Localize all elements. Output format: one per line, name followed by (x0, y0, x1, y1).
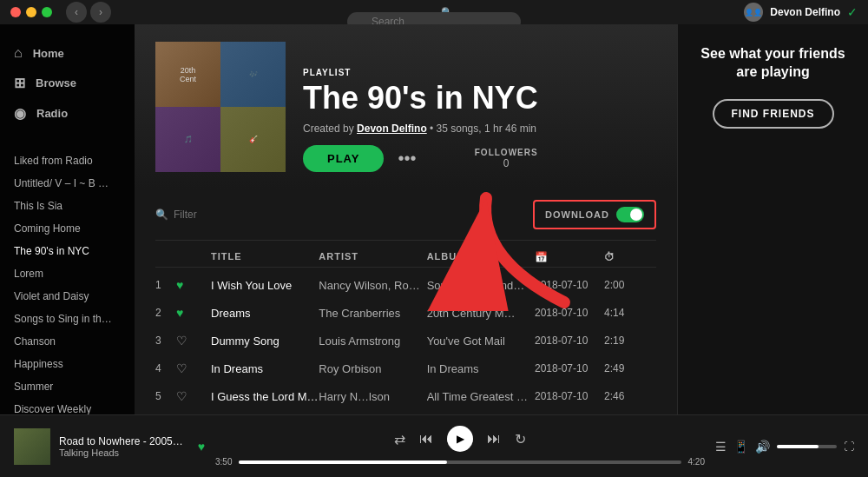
playlist-creator[interactable]: Devon Delfino (357, 123, 427, 135)
track-row[interactable]: 3 ♡ Dummy Song Louis Armstrong You've Go… (155, 327, 656, 354)
track-album: 20th Century M… (427, 307, 535, 320)
sidebar-item-coming-home[interactable]: Coming Home (7, 217, 128, 240)
playlist-cover: 20thCent 🎶 🎵 🎸 (155, 42, 286, 172)
sidebar-item-songs-to-sing[interactable]: Songs to Sing in th… (7, 308, 128, 330)
cover-cell-3: 🎵 (155, 107, 220, 172)
tracks-toolbar: 🔍 Download (155, 189, 656, 241)
track-row[interactable]: 2 ♥ Dreams The Cranberries 20th Century … (155, 299, 656, 327)
sidebar-item-happiness[interactable]: Happiness (7, 353, 128, 375)
player-heart-icon[interactable]: ♥ (198, 440, 205, 454)
col-duration: ⏱ (604, 251, 656, 263)
now-playing-title: Road to Nowhere - 2005 Rem… (59, 435, 186, 447)
find-friends-button[interactable]: FIND FRIENDS (713, 99, 834, 129)
close-button[interactable] (10, 7, 21, 17)
col-artist: ARTIST (319, 251, 426, 263)
devices-button[interactable]: 📱 (733, 440, 748, 454)
sidebar-item-summer[interactable]: Summer (7, 375, 128, 398)
track-heart-icon[interactable]: ♡ (176, 389, 211, 403)
maximize-button[interactable] (42, 7, 52, 17)
sidebar-item-radio[interactable]: ◉ Radio (7, 98, 128, 129)
back-button[interactable]: ‹ (66, 2, 87, 23)
track-title: Dreams (211, 307, 319, 320)
track-album: In Dreams (427, 362, 535, 375)
track-date: 2018-07-10 (535, 390, 604, 402)
friends-title: See what your friends are playing (692, 45, 854, 82)
cover-cell-1: 20thCent (155, 42, 220, 107)
shuffle-button[interactable]: ⇄ (394, 431, 405, 447)
sidebar-playlists: Liked from Radio Untitled/ V – I ~ B … T… (0, 149, 135, 414)
volume-section: ☰ 📱 🔊 ⛶ (715, 440, 854, 454)
playlist-type-label: PLAYLIST (303, 68, 538, 77)
sidebar: ⌂ Home ⊞ Browse ◉ Radio Liked from Radio… (0, 24, 135, 414)
nav-buttons: ‹ › (66, 2, 111, 23)
prev-button[interactable]: ⏮ (419, 431, 433, 447)
sidebar-item-browse-label: Browse (36, 76, 76, 89)
track-title: Dummy Song (211, 335, 319, 348)
track-number: 1 (155, 279, 176, 291)
volume-fill (777, 445, 819, 448)
sidebar-item-this-is-sia[interactable]: This Is Sia (7, 195, 128, 217)
progress-bar[interactable] (239, 460, 681, 464)
minimize-button[interactable] (26, 7, 36, 17)
player-bar: Road to Nowhere - 2005 Rem… Talking Head… (0, 414, 868, 477)
progress-section: 3:50 4:20 (215, 457, 705, 467)
queue-button[interactable]: ☰ (715, 440, 727, 454)
download-toggle-switch[interactable] (616, 207, 644, 222)
track-heart-icon[interactable]: ♥ (176, 306, 211, 320)
playlist-actions: PLAY ••• FOLLOWERS 0 (303, 145, 538, 172)
sidebar-item-home[interactable]: ⌂ Home (7, 38, 128, 68)
sidebar-item-untitled[interactable]: Untitled/ V – I ~ B … (7, 172, 128, 195)
content-area: 20thCent 🎶 🎵 🎸 PLAYLIST The 90's in NYC … (135, 24, 677, 414)
track-date: 2018-07-10 (535, 362, 604, 374)
track-row[interactable]: 5 ♡ I Guess the Lord Must Be in New York… (155, 382, 656, 410)
track-row[interactable]: 1 ♥ I Wish You Love Nancy Wilson, Ro… So… (155, 271, 656, 299)
track-artist: The Cranberries (319, 307, 426, 320)
track-row[interactable]: 4 ♡ In Dreams Roy Orbison In Dreams 2018… (155, 354, 656, 382)
track-title: In Dreams (211, 362, 319, 375)
volume-bar[interactable] (777, 445, 837, 448)
followers-section: FOLLOWERS 0 (475, 148, 538, 169)
sidebar-item-browse[interactable]: ⊞ Browse (7, 68, 128, 98)
extra-controls: ☰ 📱 (715, 440, 748, 454)
download-toggle[interactable]: Download (533, 200, 656, 229)
track-date: 2018-07-10 (535, 335, 604, 347)
track-date: 2018-07-10 (535, 279, 604, 291)
track-heart-icon[interactable]: ♥ (176, 278, 211, 292)
more-button[interactable]: ••• (398, 149, 416, 169)
repeat-button[interactable]: ↻ (515, 431, 526, 447)
next-button[interactable]: ⏭ (487, 431, 501, 447)
sidebar-item-lorem[interactable]: Lorem (7, 262, 128, 285)
play-button[interactable]: PLAY (303, 145, 384, 172)
avatar: 👤👤 (744, 3, 763, 22)
playlist-info: PLAYLIST The 90's in NYC Created by Devo… (303, 42, 538, 172)
control-buttons: ⇄ ⏮ ▶ ⏭ ↻ (394, 426, 526, 452)
time-current: 3:50 (215, 457, 232, 467)
titlebar: ‹ › 🔍 👤👤 Devon Delfino ✓ (0, 0, 868, 24)
sidebar-item-the-90s-nyc[interactable]: The 90's in NYC (7, 240, 128, 262)
track-number: 5 (155, 390, 176, 402)
filter-icon: 🔍 (155, 209, 168, 221)
filter-input[interactable] (174, 209, 304, 221)
sidebar-item-chanson[interactable]: Chanson (7, 330, 128, 353)
track-duration: 2:46 (604, 390, 656, 402)
time-total: 4:20 (688, 457, 705, 467)
volume-icon: 🔊 (755, 440, 770, 454)
play-pause-button[interactable]: ▶ (447, 426, 473, 452)
track-title: I Wish You Love (211, 279, 319, 292)
track-album: You've Got Mail (427, 335, 535, 348)
col-heart (176, 251, 211, 263)
sidebar-item-discover-weekly[interactable]: Discover Weekly (7, 398, 128, 414)
followers-count: 0 (475, 157, 538, 169)
track-number: 2 (155, 307, 176, 319)
track-duration: 4:14 (604, 307, 656, 319)
track-row[interactable]: 6 ♡ Remember (Christmas) Harry Nilsson S… (155, 410, 656, 414)
track-heart-icon[interactable]: ♡ (176, 334, 211, 348)
track-heart-icon[interactable]: ♡ (176, 361, 211, 375)
fullscreen-button[interactable]: ⛶ (844, 441, 854, 453)
forward-button[interactable]: › (90, 2, 111, 23)
col-album: ALBUM (427, 251, 535, 263)
sidebar-item-violet-daisy[interactable]: Violet and Daisy (7, 285, 128, 308)
user-name: Devon Delfino (770, 6, 840, 18)
sidebar-item-liked-from-radio[interactable]: Liked from Radio (7, 149, 128, 172)
home-icon: ⌂ (14, 45, 23, 61)
